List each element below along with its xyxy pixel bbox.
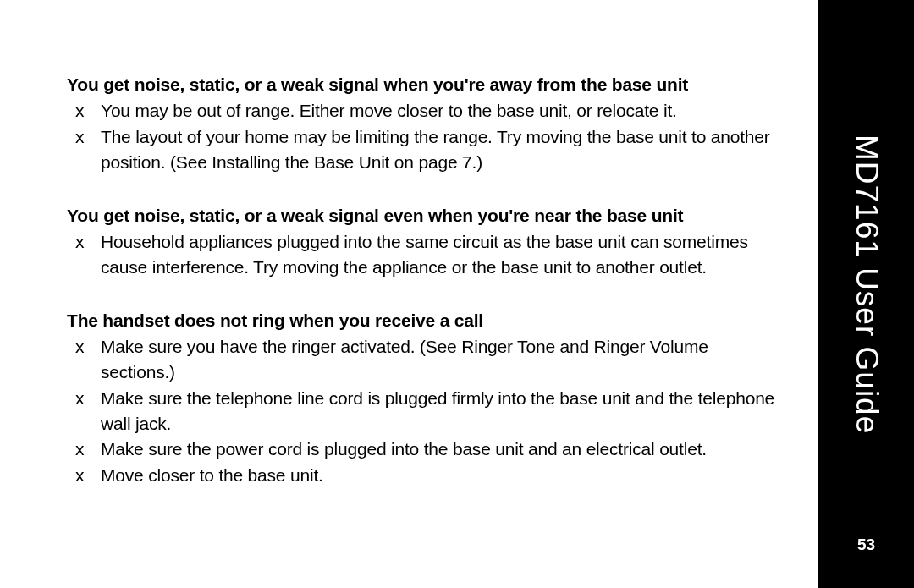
list-item: x The layout of your home may be limitin…	[67, 124, 785, 175]
section-title: You get noise, static, or a weak signal …	[67, 204, 785, 228]
section-away-from-base: You get noise, static, or a weak signal …	[67, 73, 785, 175]
bullet-marker-icon: x	[67, 124, 101, 175]
list-item: x Move closer to the base unit.	[67, 463, 785, 488]
list-item: x Make sure you have the ringer activate…	[67, 334, 785, 385]
main-content: You get noise, static, or a weak signal …	[0, 0, 818, 588]
bullet-list: x Make sure you have the ringer activate…	[67, 334, 785, 488]
bullet-text: Move closer to the base unit.	[101, 463, 785, 488]
section-title: The handset does not ring when you recei…	[67, 309, 785, 332]
section-no-ring: The handset does not ring when you recei…	[67, 309, 785, 488]
bullet-list: x You may be out of range. Either move c…	[67, 98, 785, 174]
bullet-text: Make sure the power cord is plugged into…	[101, 437, 785, 462]
bullet-text: Make sure you have the ringer activated.…	[101, 334, 785, 385]
section-title: You get noise, static, or a weak signal …	[67, 73, 785, 96]
bullet-marker-icon: x	[67, 463, 101, 488]
list-item: x Make sure the telephone line cord is p…	[67, 386, 785, 437]
bullet-marker-icon: x	[67, 386, 101, 437]
bullet-marker-icon: x	[67, 98, 101, 124]
bullet-text: Household appliances plugged into the sa…	[101, 229, 785, 280]
page-container: You get noise, static, or a weak signal …	[0, 0, 914, 588]
bullet-marker-icon: x	[67, 334, 101, 385]
list-item: x Household appliances plugged into the …	[67, 229, 785, 280]
bullet-list: x Household appliances plugged into the …	[67, 229, 785, 280]
bullet-text: The layout of your home may be limiting …	[101, 124, 785, 175]
section-near-base: You get noise, static, or a weak signal …	[67, 204, 785, 280]
sidebar: MD7161 User Guide 53	[818, 0, 914, 588]
list-item: x Make sure the power cord is plugged in…	[67, 437, 785, 462]
list-item: x You may be out of range. Either move c…	[67, 98, 785, 124]
sidebar-title: MD7161 User Guide	[849, 135, 884, 434]
bullet-text: You may be out of range. Either move clo…	[101, 98, 785, 124]
bullet-marker-icon: x	[67, 437, 101, 462]
page-number: 53	[857, 536, 875, 554]
bullet-text: Make sure the telephone line cord is plu…	[101, 386, 785, 437]
bullet-marker-icon: x	[67, 229, 101, 280]
